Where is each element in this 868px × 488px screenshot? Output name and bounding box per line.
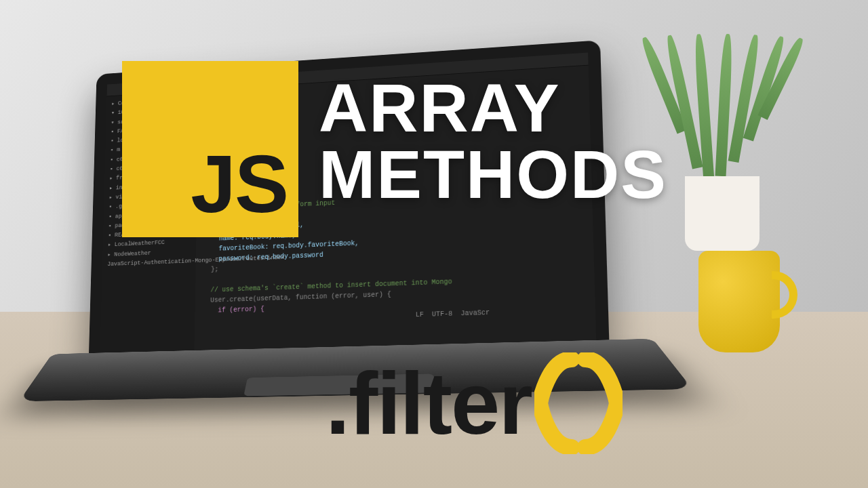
js-logo-badge: JS [122,61,298,237]
method-name-row: .filter [326,352,623,454]
js-logo-text: JS [191,137,288,230]
plant-decoration [644,27,800,251]
headline-line2: METHODS [319,141,667,207]
parentheses-icon [534,352,623,454]
headline-line1: ARRAY [319,75,667,141]
method-name-text: .filter [326,352,532,454]
yellow-mug [698,251,793,352]
headline: ARRAY METHODS [319,75,667,207]
